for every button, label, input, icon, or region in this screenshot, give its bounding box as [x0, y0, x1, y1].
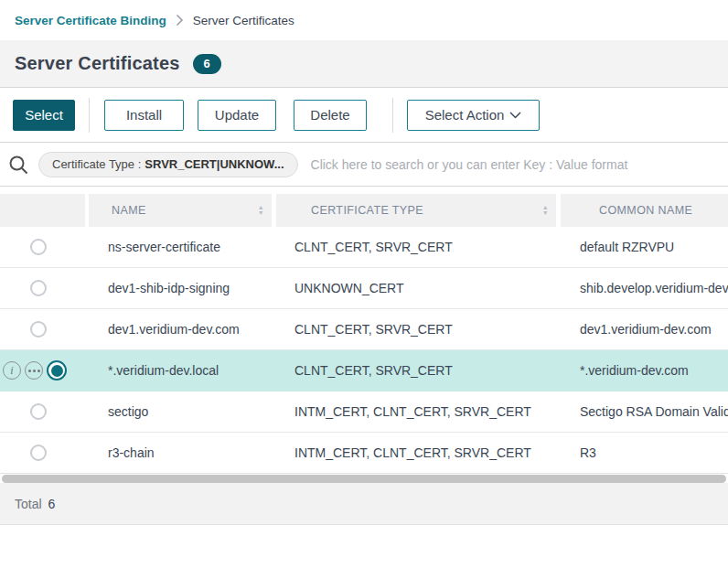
cert-type: INTM_CERT, CLNT_CERT, SRVR_CERT — [276, 445, 561, 460]
update-button[interactable]: Update — [198, 100, 276, 131]
install-button[interactable]: Install — [104, 100, 184, 131]
cert-name: *.veridium-dev.local — [89, 363, 276, 378]
breadcrumb-current: Server Certificates — [193, 14, 294, 27]
cert-common-name: dev1.veridium-dev.com — [561, 322, 728, 337]
search-input[interactable]: Click here to search or you can enter Ke… — [311, 157, 628, 172]
cert-type: UNKNOWN_CERT — [276, 281, 561, 295]
certificate-type-filter-chip[interactable]: Certificate Type : SRVR_CERT|UNKNOW... — [38, 152, 298, 177]
horizontal-scrollbar-thumb[interactable] — [2, 475, 726, 483]
breadcrumb-link-server-certificate-binding[interactable]: Server Certificate Binding — [15, 14, 166, 27]
chevron-down-icon — [509, 112, 521, 119]
title-band: Server Certificates 6 — [0, 40, 728, 88]
column-header-certificate-type[interactable]: CERTIFICATE TYPE ▲▼ — [276, 194, 556, 227]
cert-name: dev1-shib-idp-signing — [89, 281, 276, 295]
select-button[interactable]: Select — [13, 100, 75, 131]
count-badge: 6 — [193, 54, 221, 74]
header-radio-column — [0, 194, 85, 227]
row-radio-button[interactable] — [30, 280, 47, 296]
total-label: Total — [15, 497, 42, 511]
cert-name: sectigo — [89, 404, 276, 419]
row-radio-button[interactable] — [30, 403, 47, 420]
toolbar: Select Install Update Delete Select Acti… — [0, 88, 728, 143]
cert-common-name: Sectigo RSA Domain Validation Secure Ser… — [561, 404, 728, 419]
sort-icon[interactable]: ▲▼ — [258, 205, 264, 216]
search-bar: Certificate Type : SRVR_CERT|UNKNOW... C… — [0, 143, 728, 187]
row-radio-button[interactable] — [30, 445, 47, 461]
sort-icon[interactable]: ▲▼ — [542, 205, 549, 216]
table-row-selected[interactable]: i *.veridium-dev.local CLNT_CERT, SRVR_C… — [0, 350, 728, 391]
filter-chip-key: Certificate Type : — [52, 157, 141, 171]
filter-chip-value: SRVR_CERT|UNKNOW... — [145, 157, 284, 171]
cert-common-name: R3 — [561, 445, 728, 460]
breadcrumb: Server Certificate Binding Server Certif… — [0, 0, 728, 40]
cert-name: ns-server-certificate — [89, 240, 276, 254]
cert-name: r3-chain — [89, 445, 276, 460]
server-certificates-page: Server Certificate Binding Server Certif… — [0, 0, 728, 568]
column-header-common-name[interactable]: COMMON NAME — [561, 194, 728, 227]
select-action-dropdown[interactable]: Select Action — [407, 100, 540, 131]
ellipsis-menu-icon[interactable] — [25, 361, 43, 380]
cert-name: dev1.veridium-dev.com — [89, 322, 276, 337]
toolbar-divider — [392, 98, 393, 133]
row-radio-button-selected[interactable] — [47, 360, 67, 380]
total-value: 6 — [48, 497, 56, 511]
cert-type: CLNT_CERT, SRVR_CERT — [276, 363, 561, 378]
info-icon[interactable]: i — [3, 361, 21, 380]
table-row[interactable]: dev1-shib-idp-signing UNKNOWN_CERT shib.… — [0, 268, 728, 309]
table-footer: Total 6 — [0, 483, 728, 525]
table-row[interactable]: r3-chain INTM_CERT, CLNT_CERT, SRVR_CERT… — [0, 433, 728, 474]
cert-type: INTM_CERT, CLNT_CERT, SRVR_CERT — [276, 404, 561, 419]
search-icon — [7, 153, 31, 177]
row-radio-button[interactable] — [30, 239, 47, 255]
cert-common-name: shib.develop.veridium-dev.com — [561, 281, 728, 295]
toolbar-divider — [89, 98, 90, 133]
table-row[interactable]: dev1.veridium-dev.com CLNT_CERT, SRVR_CE… — [0, 309, 728, 350]
table-header-row: NAME ▲▼ CERTIFICATE TYPE ▲▼ COMMON NAME — [0, 194, 728, 227]
cert-common-name: default RZRVPU — [561, 240, 728, 254]
row-radio-button[interactable] — [30, 321, 47, 338]
cert-type: CLNT_CERT, SRVR_CERT — [276, 322, 561, 337]
table-row[interactable]: sectigo INTM_CERT, CLNT_CERT, SRVR_CERT … — [0, 391, 728, 433]
page-title: Server Certificates — [15, 53, 180, 74]
delete-button[interactable]: Delete — [294, 100, 367, 131]
table-row[interactable]: ns-server-certificate CLNT_CERT, SRVR_CE… — [0, 227, 728, 268]
certificates-table: NAME ▲▼ CERTIFICATE TYPE ▲▼ COMMON NAME … — [0, 187, 728, 474]
breadcrumb-chevron-icon — [176, 14, 184, 27]
cert-common-name: *.veridium-dev.com — [561, 363, 728, 378]
cert-type: CLNT_CERT, SRVR_CERT — [276, 240, 561, 254]
horizontal-scrollbar — [0, 474, 728, 483]
select-action-label: Select Action — [425, 107, 505, 123]
column-header-name[interactable]: NAME ▲▼ — [89, 194, 272, 227]
